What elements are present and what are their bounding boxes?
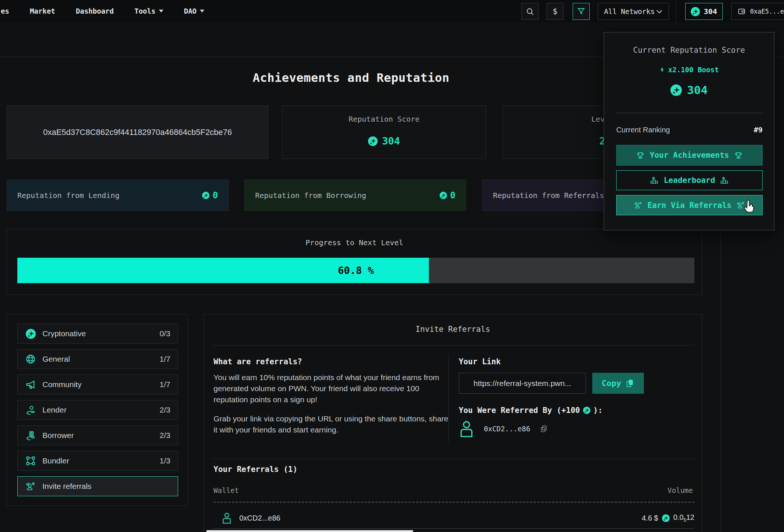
filter-button[interactable] — [573, 3, 590, 20]
nav-menu: es Market Dashboard Tools DAO — [1, 0, 204, 22]
avatar-icon — [459, 420, 474, 438]
your-link-label: Your Link — [459, 357, 501, 366]
wallet-address-card: 0xaE5d37C8C862c9f441182970a46864cb5F2cbe… — [7, 105, 268, 159]
clipped-bottom-element — [207, 530, 413, 532]
copy-icon — [625, 379, 634, 388]
mouse-cursor — [742, 200, 757, 216]
table-bottom-border — [212, 528, 694, 529]
coin-icon — [691, 7, 700, 16]
podium-icon — [650, 176, 659, 185]
progress-percent: 60.8 % — [17, 258, 694, 283]
chevron-down-icon — [200, 10, 204, 13]
referral-icon — [25, 481, 36, 492]
lender-icon — [25, 404, 36, 415]
currency-button[interactable]: $ — [547, 3, 563, 20]
rep-lending-card: Reputation from Lending 0 — [7, 180, 229, 211]
nav-separator — [676, 0, 676, 22]
network-select[interactable]: All Networks — [598, 3, 669, 20]
category-borrower[interactable]: Borrower 2/3 — [17, 425, 178, 445]
referrer-row: 0xCD2...e86 — [459, 420, 548, 438]
filter-icon — [577, 7, 586, 16]
page-title: Achievements and Reputation — [0, 71, 702, 85]
popup-title: Current Reputation Score — [604, 46, 774, 55]
category-bundler[interactable]: Bundler 1/3 — [17, 451, 178, 471]
nav-item-partial[interactable]: es — [1, 7, 9, 15]
coin-icon — [670, 84, 682, 96]
progress-section: Progress to Next Level 60.8 % — [7, 229, 702, 295]
coin-icon — [440, 192, 447, 199]
reputation-score-card: Reputation Score 304 — [282, 105, 486, 159]
column-header-volume: Volume — [667, 486, 693, 494]
column-header-wallet: Wallet — [214, 486, 239, 494]
bundler-icon — [25, 455, 36, 466]
borrower-icon — [25, 430, 36, 441]
copy-icon[interactable] — [540, 424, 548, 433]
chevron-down-icon — [159, 10, 163, 13]
app-screen: es Market Dashboard Tools DAO $ All Netw… — [0, 0, 784, 532]
trophy-icon — [636, 151, 645, 160]
referrals-paragraph-1: You will earn 10% reputation points of w… — [214, 372, 451, 405]
earn-via-referrals-button[interactable]: Earn Via Referrals — [616, 195, 763, 215]
coin-icon — [583, 407, 590, 414]
reputation-score-value: 304 — [282, 135, 486, 147]
category-lender[interactable]: Lender 2/3 — [17, 400, 178, 420]
boost-row: x2.100 Boost — [604, 66, 774, 74]
search-icon — [525, 7, 534, 16]
nav-item-dao[interactable]: DAO — [184, 7, 204, 15]
achievement-categories: Cryptonative 0/3 General 1/7 Community 1… — [7, 314, 188, 506]
wallet-icon — [738, 7, 746, 16]
dollar-icon: $ — [553, 7, 558, 16]
leaderboard-button[interactable]: Leaderboard — [616, 170, 763, 190]
nav-item-market[interactable]: Market — [30, 7, 55, 15]
column-divider — [448, 354, 449, 442]
coin-icon — [202, 192, 209, 199]
your-referrals-heading: Your Referrals (1) — [214, 465, 298, 474]
wallet-button[interactable]: 0xaE5...e — [731, 3, 784, 20]
popup-score: 304 — [604, 83, 774, 97]
category-community[interactable]: Community 1/7 — [17, 375, 178, 394]
coin-icon — [662, 514, 670, 522]
divider — [212, 459, 694, 459]
avatar-icon — [222, 512, 232, 524]
category-general[interactable]: General 1/7 — [17, 349, 178, 369]
reputation-score-label: Reputation Score — [282, 115, 486, 124]
divider — [212, 345, 694, 345]
referrer-wallet: 0xCD2...e86 — [484, 425, 530, 433]
panel-title: Invite Referrals — [204, 325, 702, 334]
your-achievements-button[interactable]: Your Achievements — [616, 145, 763, 166]
category-cryptonative[interactable]: Cryptonative 0/3 — [17, 324, 178, 344]
progress-title: Progress to Next Level — [7, 238, 702, 247]
copy-link-button[interactable]: Copy — [592, 373, 644, 394]
coin-icon — [25, 328, 36, 339]
nav-item-tools[interactable]: Tools — [134, 7, 163, 15]
ranking-row: Current Ranking #9 — [616, 125, 763, 134]
what-are-referrals-heading: What are referrals? — [214, 357, 302, 366]
wallet-address: 0xaE5d37C8C862c9f441182970a46864cb5F2cbe… — [43, 128, 232, 137]
trophy-icon — [734, 151, 743, 160]
rep-borrowing-card: Reputation from Borrowing 0 — [244, 180, 466, 211]
referral-link-input[interactable]: https://referral-system.pwn... — [459, 373, 586, 394]
invite-referrals-panel: Invite Referrals What are referrals? You… — [204, 314, 702, 532]
row-wallet: 0xCD2...e86 — [239, 514, 280, 522]
referrals-paragraph-2: Grab your link via copying the URL or us… — [214, 413, 451, 435]
podium-icon — [720, 176, 729, 185]
megaphone-icon — [25, 379, 36, 390]
coin-icon — [368, 136, 378, 146]
category-invite-referrals[interactable]: Invite referrals — [17, 476, 178, 496]
row-volume: 4.6 $ 0.0512 — [642, 513, 694, 523]
ranking-value: #9 — [754, 125, 763, 134]
top-nav: es Market Dashboard Tools DAO $ All Netw… — [0, 0, 784, 22]
table-divider — [214, 502, 694, 503]
reputation-badge[interactable]: 304 — [685, 3, 723, 20]
popup-divider — [616, 113, 763, 113]
lightning-icon — [659, 66, 665, 73]
progress-bar: 60.8 % — [17, 258, 694, 283]
referral-table-row[interactable]: 0xCD2...e86 4.6 $ 0.0512 — [214, 508, 694, 528]
chevron-down-icon — [656, 10, 663, 14]
nav-item-dashboard[interactable]: Dashboard — [76, 7, 114, 15]
referred-by-label: You Were Referred By (+100 ): — [459, 406, 603, 415]
search-button[interactable] — [521, 3, 538, 20]
referral-icon — [634, 201, 642, 209]
globe-icon — [25, 354, 36, 365]
